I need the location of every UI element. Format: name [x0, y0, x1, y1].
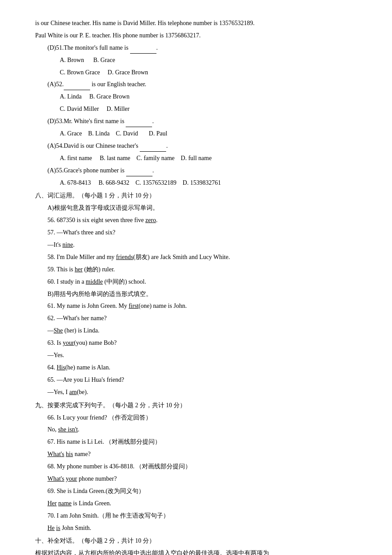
s9-69-q: 69. She is Linda Green.(改为同义句） — [47, 486, 366, 497]
q52-options-2: C. David Miller D. Miller — [60, 103, 366, 115]
q55-options-1: A. 678-8413 B. 668-9432 C. 13576532189 D… — [60, 177, 366, 189]
s9-68-q: 68. My phone number is 436-8818. （对画线部分提… — [47, 461, 366, 472]
section8-title: 八、词汇运用。（每小题 1 分，共计 10 分） — [35, 190, 366, 201]
q54: (A)54.David is our Chinese teacher's . — [47, 140, 366, 152]
section8-partB-instruction: B)用括号内所给单词的适当形式填空。 — [47, 288, 366, 300]
s8-65-a: —Yes, I am(be). — [47, 387, 366, 398]
intro-line-1: is our Chinese teacher. His name is Davi… — [35, 18, 366, 29]
q51: (D)51.The monitor's full name is . — [47, 42, 366, 54]
s9-69-a: Her name is Linda Green. — [47, 498, 366, 509]
s8-62-a: —She (her) is Linda. — [47, 325, 366, 336]
section10-instruction: 根据对话内容，从方框内所给的选项中选出能填入空白处的最佳选项。选项中有两项为 — [35, 548, 366, 555]
q53: (D)53.Mr. White's first name is . — [47, 116, 366, 127]
s8-57-a: —It's nine. — [47, 239, 366, 251]
intro-line-2: Paul White is our P. E. teacher. His pho… — [35, 30, 366, 41]
page-content: is our Chinese teacher. His name is Davi… — [35, 18, 366, 555]
s8-65-q: 65. —Are you Li Hua's friend? — [47, 374, 366, 386]
section10-title: 十、补全对话。（每小题 2 分，共计 10 分） — [35, 535, 366, 547]
s8-58: 58. I'm Dale Miller and my friends(朋友) a… — [47, 252, 366, 263]
q52: (A)52. is our English teacher. — [47, 79, 366, 90]
q52-options-1: A. Linda B. Grace Brown — [60, 91, 366, 102]
s8-63-a: —Yes. — [47, 350, 366, 361]
s9-70-q: 70. I am John Smith.（用 he 作主语改写句子） — [47, 510, 366, 522]
s9-66-q: 66. Is Lucy your friend? （作否定回答） — [47, 412, 366, 424]
s8-57-q: 57. —What's three and six? — [47, 227, 366, 238]
q51-options-2: C. Brown Grace D. Grace Brown — [60, 67, 366, 78]
s9-66-a: No, she isn't. — [47, 424, 366, 435]
s8-60: 60. I study in a middle (中间的) school. — [47, 276, 366, 288]
s8-61: 61. My name is John Green. My first(one)… — [47, 300, 366, 312]
q53-options-1: A. Grace B. Linda C. David D. Paul — [60, 128, 366, 139]
s8-56: 56. 687350 is six eight seven three five… — [47, 215, 366, 226]
q54-options-1: A. first name B. last name C. family nam… — [60, 153, 366, 164]
s8-63-q: 63. Is your(you) name Bob? — [47, 337, 366, 349]
s8-59: 59. This is her (她的) ruler. — [47, 264, 366, 275]
q55: (A)55.Grace's phone number is . — [47, 165, 366, 176]
s9-67-a: What's his name? — [47, 449, 366, 460]
s9-67-q: 67. His name is Li Lei. （对画线部分提问） — [47, 436, 366, 448]
section9-title: 九、按要求完成下列句子。（每小题 2 分，共计 10 分） — [35, 400, 366, 411]
s8-64: 64. His(he) name is Alan. — [47, 362, 366, 373]
s9-70-a: He is John Smith. — [47, 522, 366, 534]
q51-options-1: A. Brown B. Grace — [60, 55, 366, 66]
s8-62-q: 62. —What's her name? — [47, 313, 366, 324]
s9-68-a: What's your phone number? — [47, 473, 366, 485]
section8-partA-instruction: A)根据句意及首字母或汉语提示写单词。 — [47, 202, 366, 214]
